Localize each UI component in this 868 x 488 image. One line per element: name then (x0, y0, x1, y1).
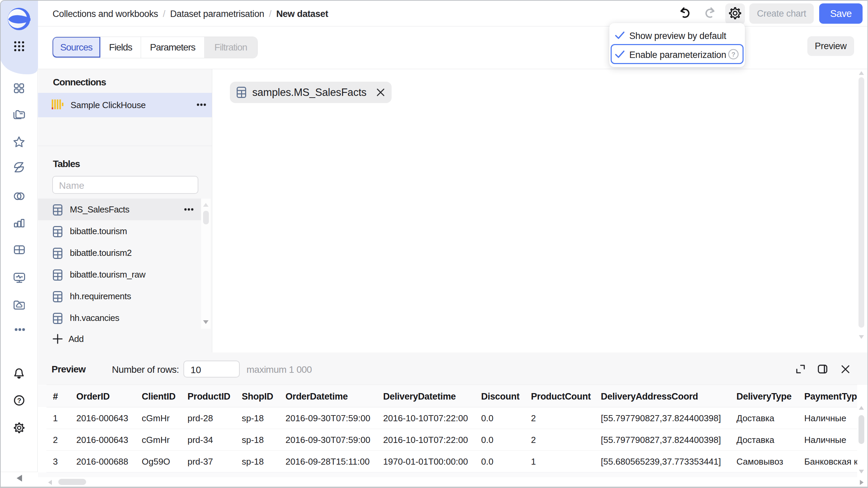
svg-text:?: ? (731, 51, 735, 58)
svg-text:?: ? (17, 397, 21, 404)
